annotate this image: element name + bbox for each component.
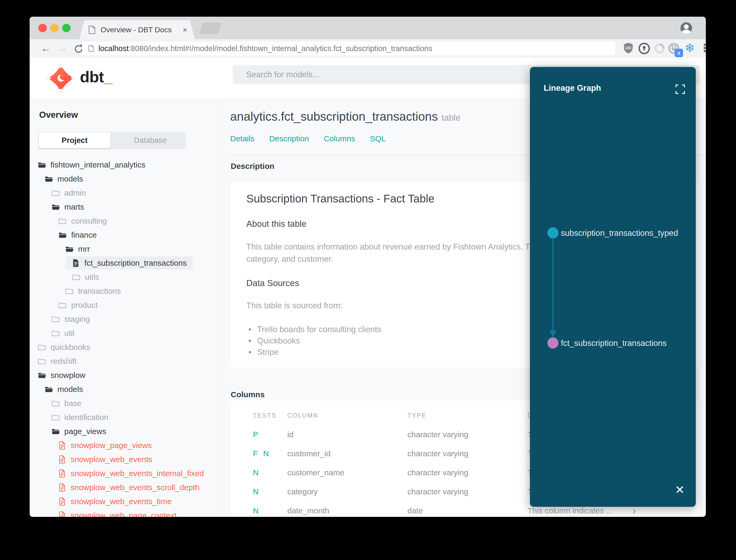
page-favicon-icon bbox=[88, 25, 96, 34]
folder-open-icon bbox=[44, 385, 53, 394]
power-badge: x bbox=[675, 49, 683, 57]
tree-item-mrr[interactable]: mrr bbox=[30, 242, 224, 256]
folder-closed-icon bbox=[58, 217, 67, 225]
folder-closed-icon bbox=[58, 301, 67, 309]
source-item: •Stripe bbox=[249, 347, 279, 357]
tree-item-identification[interactable]: identification bbox=[30, 410, 224, 424]
tree-item-util[interactable]: util bbox=[30, 326, 224, 340]
tree-item-models[interactable]: models bbox=[30, 172, 224, 186]
snowflake-extension-icon[interactable]: ❄ bbox=[685, 41, 695, 55]
tree-item-label: fct_subscription_transactions bbox=[84, 259, 187, 268]
tree-item-snowplow_web_page_context[interactable]: snowplow_web_page_context bbox=[30, 508, 224, 517]
back-icon[interactable]: ← bbox=[41, 42, 51, 54]
tree-item-label: snowplow bbox=[51, 371, 85, 380]
tree-item-label: models bbox=[57, 174, 83, 183]
tree-item-snowplow_web_events_scroll_depth[interactable]: snowplow_web_events_scroll_depth bbox=[30, 480, 224, 494]
tree-item-base[interactable]: base bbox=[30, 396, 224, 410]
ublock-shield-icon[interactable]: UO bbox=[622, 42, 635, 55]
tree-item-snowplow_web_events_time[interactable]: snowplow_web_events_time bbox=[30, 494, 224, 508]
lineage-edge bbox=[530, 67, 696, 507]
tree-item-fct_subscription_transactions[interactable]: fct_subscription_transactions bbox=[30, 256, 224, 270]
column-cell: customer_name bbox=[287, 463, 344, 482]
tree-item-page_views[interactable]: page_views bbox=[30, 424, 224, 438]
folder-closed-icon bbox=[51, 315, 60, 323]
folder-open-icon bbox=[38, 161, 46, 169]
dbt-logo-icon[interactable] bbox=[46, 64, 76, 93]
browser-toolbar: ← → localhost:8080/index.html#!/model/mo… bbox=[30, 39, 706, 58]
traffic-zoom-button[interactable] bbox=[62, 24, 71, 32]
model-nav-tabs: DetailsDescriptionColumnsSQL bbox=[230, 134, 386, 143]
tab-project[interactable]: Project bbox=[39, 132, 111, 148]
tree-item-label: identification bbox=[64, 413, 109, 422]
tree-item-snowplow_web_events_internal_fixed[interactable]: snowplow_web_events_internal_fixed bbox=[30, 466, 224, 480]
tree-item-label: snowplow_page_views bbox=[71, 441, 152, 450]
file-dark-icon bbox=[72, 259, 80, 267]
tab-columns[interactable]: Columns bbox=[324, 134, 355, 143]
lineage-node-dot-source[interactable] bbox=[547, 227, 558, 238]
source-item: •Quickbooks bbox=[249, 336, 300, 346]
tab-close-icon[interactable]: × bbox=[183, 25, 187, 34]
column-cell: id bbox=[287, 425, 294, 444]
folder-closed-icon bbox=[72, 273, 80, 281]
svg-text:UO: UO bbox=[626, 46, 631, 50]
folder-closed-icon bbox=[51, 413, 60, 422]
tree-item-fishtown_internal_analytics[interactable]: fishtown_internal_analytics bbox=[30, 158, 224, 172]
col-header-type: TYPE bbox=[407, 412, 426, 419]
tree-item-label: snowplow_web_events_time bbox=[71, 497, 172, 506]
tree-item-label: models bbox=[57, 385, 83, 394]
tests-cell: N bbox=[253, 463, 260, 482]
col-header-tests: TESTS bbox=[253, 412, 277, 419]
sidebar: Overview Project Database fishtown_inter… bbox=[30, 99, 224, 517]
folder-closed-icon bbox=[51, 189, 60, 197]
tree-item-staging[interactable]: staging bbox=[30, 312, 224, 326]
tree-item-snowplow[interactable]: snowplow bbox=[30, 368, 224, 382]
lineage-graph-panel: Lineage Graph subscription_transactions_… bbox=[530, 67, 696, 507]
tree-item-admin[interactable]: admin bbox=[30, 186, 224, 200]
lineage-close-icon[interactable]: ✕ bbox=[675, 484, 685, 496]
view-toggle: Project Database bbox=[38, 132, 186, 149]
browser-tab[interactable]: Overview - DBT Docs × bbox=[79, 20, 195, 39]
swirl-extension-icon[interactable] bbox=[653, 42, 666, 55]
tree-item-finance[interactable]: finance bbox=[30, 228, 224, 242]
new-tab-button[interactable] bbox=[199, 22, 222, 34]
tree-item-label: base bbox=[64, 399, 82, 408]
tree-item-label: mrr bbox=[78, 245, 90, 254]
tab-database[interactable]: Database bbox=[117, 132, 183, 149]
type-cell: character varying bbox=[407, 425, 468, 444]
url-bar[interactable]: localhost:8080/index.html#!/model/model.… bbox=[82, 42, 615, 55]
tree-item-marts[interactable]: marts bbox=[30, 200, 224, 214]
tab-sql[interactable]: SQL bbox=[370, 134, 386, 143]
about-heading: About this table bbox=[246, 219, 307, 229]
tree-item-redshift[interactable]: redshift bbox=[30, 354, 224, 368]
column-cell: date_month bbox=[287, 501, 329, 517]
folder-closed-icon bbox=[65, 287, 74, 295]
power-extension-icon[interactable]: x bbox=[667, 42, 680, 55]
tree-item-snowplow_page_views[interactable]: snowplow_page_views bbox=[30, 438, 224, 452]
file-red-icon bbox=[58, 441, 66, 450]
traffic-minimize-button[interactable] bbox=[50, 24, 59, 32]
onepassword-icon[interactable] bbox=[638, 42, 651, 55]
source-item: •Trello boards for consulting clients bbox=[249, 325, 381, 334]
browser-profile-icon[interactable] bbox=[680, 22, 692, 34]
traffic-close-button[interactable] bbox=[38, 24, 47, 32]
tab-description[interactable]: Description bbox=[269, 134, 309, 143]
browser-menu-icon[interactable]: ⋮ bbox=[699, 42, 706, 54]
lineage-node-label-source[interactable]: subscription_transactions_typed bbox=[561, 228, 678, 238]
folder-closed-icon bbox=[51, 399, 60, 408]
tab-details[interactable]: Details bbox=[230, 134, 255, 143]
tree-item-quickbooks[interactable]: quickbooks bbox=[30, 340, 224, 354]
tree-item-utils[interactable]: utils bbox=[30, 270, 224, 284]
type-cell: character varying bbox=[407, 444, 468, 463]
lineage-node-label-target[interactable]: fct_subscription_transactions bbox=[561, 338, 667, 348]
tree-item-label: transactions bbox=[78, 287, 121, 296]
column-cell: category bbox=[287, 482, 318, 501]
tree-item-product[interactable]: product bbox=[30, 298, 224, 312]
tree-item-snowplow_web_events[interactable]: snowplow_web_events bbox=[30, 452, 224, 466]
tree-item-consulting[interactable]: consulting bbox=[30, 214, 224, 228]
browser-window: Overview - DBT Docs × ← → localhost:8080… bbox=[30, 17, 706, 517]
tree-item-models[interactable]: models bbox=[30, 382, 224, 396]
about-line1: This table contains information about re… bbox=[246, 242, 546, 252]
lineage-node-dot-target[interactable] bbox=[547, 337, 558, 349]
tree-item-transactions[interactable]: transactions bbox=[30, 284, 224, 298]
folder-closed-icon bbox=[38, 343, 46, 351]
